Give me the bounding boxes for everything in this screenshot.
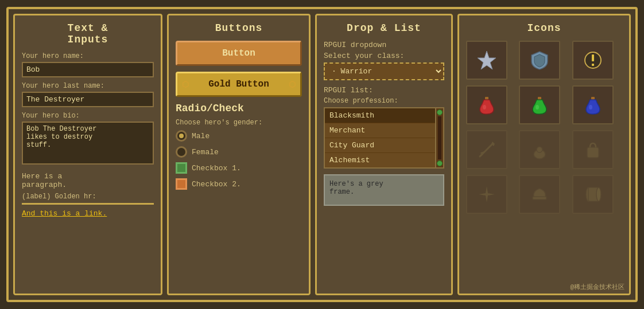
hero-bio-textarea[interactable]: Bob The Destroyer likes to destroy stuff…: [22, 122, 154, 165]
list-item-alchemist[interactable]: Alchemist: [325, 153, 435, 167]
watermark-text: @稀土掘金技术社区: [570, 283, 624, 291]
radio-female-label: Female: [192, 148, 219, 157]
icon-row-2: [466, 85, 622, 124]
checkbox2-item[interactable]: Checkbox 2.: [176, 178, 302, 190]
exclamation-icon: [583, 50, 603, 71]
svg-marker-17: [479, 186, 495, 202]
paragraph-text: Here is aparagraph.: [22, 172, 154, 189]
list-item-blacksmith[interactable]: Blacksmith: [325, 108, 435, 123]
bio-label: Your hero bio:: [22, 112, 154, 120]
svg-point-5: [483, 105, 486, 109]
sword-icon: [476, 50, 497, 71]
svg-rect-2: [592, 54, 594, 61]
checkbox2-label: Checkbox 2.: [192, 180, 241, 189]
profession-list: Blacksmith Merchant City Guard Alchemist: [325, 108, 435, 167]
panel2-title: Buttons: [176, 22, 302, 34]
panel-drop-list: Drop & List RPGUI dropdown Select your c…: [315, 14, 453, 295]
golden-hr-label: (label) Golden hr:: [22, 193, 154, 201]
dim-potion-icon: [529, 139, 550, 160]
dim-scroll-icon: [583, 184, 603, 205]
checkbox1-indicator: [176, 162, 187, 174]
dim-sword-icon: [476, 139, 497, 160]
radio-male[interactable]: Male: [176, 130, 302, 142]
panel1-title: Text &Inputs: [22, 22, 154, 45]
svg-marker-0: [478, 51, 496, 69]
normal-button[interactable]: Button: [176, 41, 302, 66]
shield-icon-cell[interactable]: [519, 41, 560, 80]
gender-label: Choose hero's gender:: [176, 119, 302, 127]
svg-rect-16: [587, 147, 599, 158]
scroll-track: [438, 116, 441, 159]
dim-helmet-icon: [529, 184, 550, 205]
svg-point-21: [596, 187, 601, 201]
panel3-title: Drop & List: [324, 22, 444, 34]
dim-sparkle-icon-cell[interactable]: [466, 175, 507, 214]
icons-area: [466, 41, 622, 217]
golden-divider: [22, 203, 154, 205]
blue-potion-icon: [583, 95, 603, 115]
dropdown-section-label: RPGUI dropdown: [324, 41, 444, 49]
main-container: Text &Inputs Your hero name: Your hero l…: [6, 7, 638, 302]
hero-name-input[interactable]: [22, 62, 154, 77]
hero-lastname-input[interactable]: [22, 92, 154, 107]
checkbox1-item[interactable]: Checkbox 1.: [176, 162, 302, 174]
dim-scroll-icon-cell[interactable]: [572, 175, 614, 214]
dim-bag-icon-cell[interactable]: [572, 130, 614, 169]
svg-point-7: [536, 105, 539, 109]
blue-potion-icon-cell[interactable]: [572, 85, 614, 124]
dim-sparkle-icon: [476, 184, 497, 205]
gold-link[interactable]: And this is a link.: [22, 209, 154, 218]
icon-row-1: [466, 41, 622, 80]
panel-icons: Icons: [457, 14, 631, 295]
panel4-title: Icons: [466, 22, 622, 34]
green-potion-icon-cell[interactable]: [519, 85, 560, 124]
scroll-top-btn[interactable]: [437, 109, 443, 115]
red-potion-icon: [476, 95, 497, 115]
grey-frame: Here's a greyframe.: [324, 174, 444, 206]
panel-text-inputs: Text &Inputs Your hero name: Your hero l…: [13, 14, 162, 295]
radio-male-label: Male: [192, 132, 210, 140]
svg-point-15: [537, 147, 542, 152]
dim-sword-icon-cell[interactable]: [466, 130, 507, 169]
field1-label: Your hero name:: [22, 52, 154, 60]
class-select[interactable]: · Warrior · Mage · Rogue · Paladin: [324, 62, 444, 80]
dim-bag-icon: [583, 139, 603, 160]
profession-label: Choose profession:: [324, 97, 444, 105]
dim-potion-icon-cell[interactable]: [519, 130, 560, 169]
checkbox1-label: Checkbox 1.: [192, 164, 241, 173]
field2-label: Your hero last name:: [22, 82, 154, 90]
radio-female-indicator: [176, 146, 187, 158]
gold-button[interactable]: Gold Button: [176, 72, 302, 97]
svg-rect-3: [592, 64, 594, 66]
radio-male-indicator: [176, 130, 187, 142]
icon-row-3: [466, 130, 622, 169]
panel-buttons: Buttons Button Gold Button Radio/Check C…: [167, 14, 311, 295]
profession-list-container: Blacksmith Merchant City Guard Alchemist: [324, 107, 444, 169]
checkbox2-indicator: [176, 178, 187, 190]
svg-rect-18: [533, 197, 546, 200]
svg-line-12: [480, 154, 482, 157]
shield-icon: [529, 50, 550, 71]
radio-check-title: Radio/Check: [176, 103, 302, 114]
list-section-label: RPGUI list:: [324, 86, 444, 95]
radio-female[interactable]: Female: [176, 146, 302, 158]
scroll-bottom-btn[interactable]: [437, 161, 443, 166]
list-item-cityguard[interactable]: City Guard: [325, 138, 435, 153]
svg-point-9: [589, 105, 592, 109]
dim-helmet-icon-cell[interactable]: [519, 175, 560, 214]
exclamation-icon-cell[interactable]: [572, 41, 614, 80]
red-potion-icon-cell[interactable]: [466, 85, 507, 124]
list-scrollbar[interactable]: [435, 108, 443, 167]
icon-row-4: [466, 175, 622, 214]
green-potion-icon: [529, 95, 550, 115]
sword-icon-cell[interactable]: [466, 41, 507, 80]
list-item-merchant[interactable]: Merchant: [325, 123, 435, 138]
select-class-label: Select your class:: [324, 52, 444, 60]
